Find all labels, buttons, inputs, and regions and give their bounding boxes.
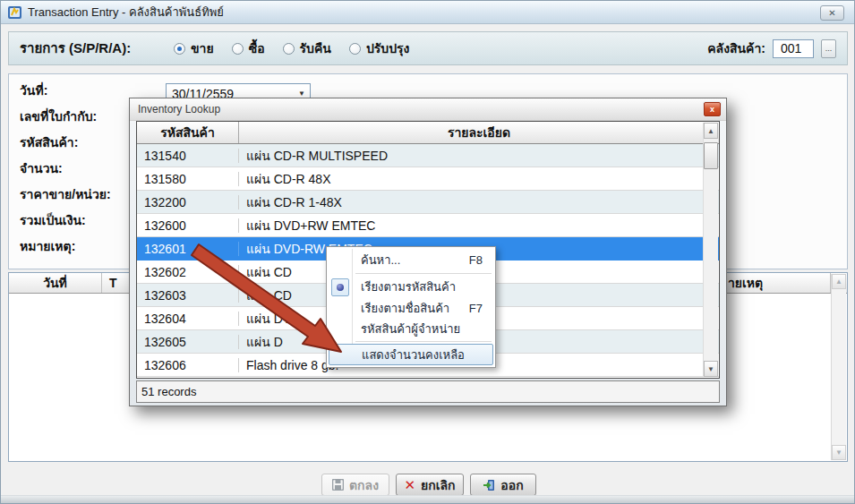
radio-sale[interactable]: ขาย — [174, 38, 214, 58]
lookup-scrollbar[interactable]: ▲ ▼ — [703, 123, 718, 377]
record-count-statusbar: 51 records — [136, 380, 720, 403]
menu-item-supplier-code[interactable]: รหัสสินค้าผู้จำหน่าย — [329, 319, 493, 339]
radio-icon — [349, 43, 361, 55]
warehouse-group: คลังสินค้า: ... — [707, 38, 836, 58]
invoice-no-label: เลขที่ใบกำกับ: — [20, 107, 111, 132]
row-desc: แผ่น CD-R 48X — [239, 169, 719, 189]
menu-item-label: เรียงตามรหัสสินค้า — [361, 278, 456, 296]
warehouse-label: คลังสินค้า: — [707, 38, 765, 58]
radio-adjust[interactable]: ปรับปรุง — [349, 38, 410, 58]
row-code: 132200 — [137, 195, 239, 209]
radio-sale-label: ขาย — [191, 38, 214, 58]
lookup-titlebar[interactable]: Inventory Lookup — [130, 98, 726, 121]
row-desc: แผ่น CD-R MULTISPEED — [239, 146, 719, 166]
row-code: 132606 — [137, 358, 239, 372]
lookup-col-desc[interactable]: รายละเอียด — [239, 122, 719, 143]
transaction-type-label: รายการ (S/P/R/A): — [20, 38, 174, 59]
lookup-title: Inventory Lookup — [138, 103, 220, 115]
table-row[interactable]: 131540 แผ่น CD-R MULTISPEED — [137, 144, 719, 167]
lookup-col-code[interactable]: รหัสสินค้า — [137, 122, 239, 143]
row-code: 132605 — [137, 335, 239, 349]
menu-item-show-stock-balance[interactable]: แสดงจำนวนคงเหลือ — [329, 344, 493, 365]
warehouse-input[interactable] — [773, 39, 814, 58]
table-row[interactable]: 132200 แผ่น CD-R 1-48X — [137, 191, 719, 214]
menu-separator — [355, 341, 492, 342]
menu-shortcut: F8 — [469, 253, 483, 267]
record-count: 51 records — [141, 385, 196, 398]
menu-item-sort-by-name[interactable]: เรียงตามชื่อสินค้า F7 — [329, 298, 493, 319]
menu-item-label: รหัสสินค้าผู้จำหน่าย — [361, 320, 460, 338]
save-icon — [332, 479, 344, 491]
table-row[interactable]: 131580 แผ่น CD-R 48X — [137, 167, 719, 191]
remark-label: หมายเหตุ: — [20, 236, 111, 262]
transaction-entry-window: Transaction Entry - คลังสินค้าพันธ์ทิพย์… — [0, 0, 855, 504]
exit-button[interactable]: ออก — [470, 474, 536, 496]
radio-selected-icon — [174, 43, 185, 55]
row-code: 131540 — [137, 149, 239, 163]
menu-shortcut: F7 — [469, 302, 483, 315]
menu-item-search[interactable]: ค้นหา... F8 — [329, 249, 493, 271]
grid-col-note[interactable]: ายเหตุ — [714, 273, 831, 293]
date-label: วันที่: — [20, 81, 111, 107]
grid-col-date[interactable]: วันที่ — [9, 273, 102, 293]
window-bottom-edge — [1, 495, 854, 503]
menu-radio-checked-icon — [331, 278, 349, 296]
scroll-up-icon[interactable]: ▲ — [832, 274, 846, 289]
menu-item-label: เรียงตามชื่อสินค้า — [361, 299, 449, 318]
grid-scrollbar[interactable]: ▲ ▼ — [831, 274, 846, 460]
transaction-type-panel: รายการ (S/P/R/A): ขาย ซื้อ รับคืน ปรับปร… — [8, 31, 848, 65]
radio-icon — [283, 43, 295, 55]
exit-door-icon — [483, 479, 495, 491]
row-desc: แผ่น DVD+RW EMTEC — [239, 216, 719, 235]
exit-button-label: ออก — [500, 475, 523, 495]
scroll-down-icon[interactable]: ▼ — [832, 445, 846, 460]
row-code: 131580 — [137, 172, 239, 186]
row-code: 132603 — [137, 288, 239, 303]
row-code: 132604 — [137, 312, 239, 326]
radio-return[interactable]: รับคืน — [283, 38, 331, 58]
menu-item-label: แสดงจำนวนคงเหลือ — [362, 346, 465, 364]
row-code: 132602 — [137, 265, 239, 279]
menu-separator — [355, 273, 492, 274]
radio-icon — [232, 43, 244, 55]
cancel-button-label: ยกเลิก — [421, 475, 456, 495]
close-icon[interactable]: ✕ — [820, 5, 844, 21]
radio-return-label: รับคืน — [300, 38, 331, 58]
chevron-down-icon[interactable]: ▼ — [294, 90, 310, 98]
scroll-down-icon[interactable]: ▼ — [704, 361, 718, 377]
row-code: 132601 — [137, 242, 239, 256]
transaction-type-radio-group: ขาย ซื้อ รับคืน ปรับปรุง — [174, 38, 409, 58]
unit-price-label: ราคาขาย/หน่วย: — [20, 184, 111, 210]
menu-item-sort-by-code[interactable]: เรียงตามรหัสสินค้า — [329, 276, 493, 298]
scroll-up-icon[interactable]: ▲ — [704, 123, 718, 139]
ok-button[interactable]: ตกลง — [321, 474, 389, 496]
lookup-context-menu: ค้นหา... F8 เรียงตามรหัสสินค้า เรียงตามช… — [326, 246, 496, 368]
row-desc: แผ่น CD-R 1-48X — [239, 192, 719, 212]
product-code-label: รหัสสินค้า: — [20, 132, 111, 158]
field-labels: วันที่: เลขที่ใบกำกับ: รหัสสินค้า: จำนวน… — [20, 81, 111, 262]
cancel-button[interactable]: ✕ ยกเลิก — [396, 474, 464, 496]
radio-purchase-label: ซื้อ — [249, 38, 265, 58]
ok-button-label: ตกลง — [349, 475, 379, 495]
lookup-close-icon[interactable]: x — [704, 102, 721, 116]
window-title: Transaction Entry - คลังสินค้าพันธ์ทิพย์ — [28, 3, 224, 21]
total-label: รวมเป็นเงิน: — [20, 210, 111, 236]
radio-adjust-label: ปรับปรุง — [366, 38, 410, 58]
window-titlebar: Transaction Entry - คลังสินค้าพันธ์ทิพย์… — [1, 1, 854, 24]
radio-purchase[interactable]: ซื้อ — [232, 38, 265, 58]
row-code: 132600 — [137, 218, 239, 233]
app-icon — [7, 5, 22, 20]
table-row[interactable]: 132600 แผ่น DVD+RW EMTEC — [137, 214, 719, 237]
lookup-table-header: รหัสสินค้า รายละเอียด — [137, 122, 719, 144]
menu-item-label: ค้นหา... — [361, 251, 400, 269]
quantity-label: จำนวน: — [20, 158, 111, 184]
browse-icon[interactable]: ... — [821, 39, 836, 58]
scrollbar-thumb[interactable] — [704, 142, 718, 169]
cancel-x-icon: ✕ — [404, 478, 415, 491]
